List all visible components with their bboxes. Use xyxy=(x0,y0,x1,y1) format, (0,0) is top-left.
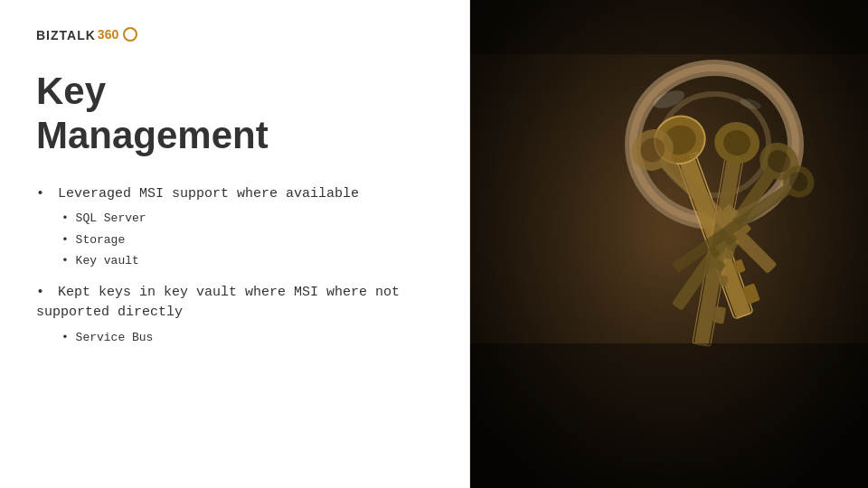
bullet-dot-2: • xyxy=(36,285,44,300)
logo-360: 360 xyxy=(98,27,137,42)
logo-area: BIZTALK 360 xyxy=(36,27,434,42)
bullet-2-text: Kept keys in key vault where MSI where n… xyxy=(36,285,400,321)
keys-illustration: 330 xyxy=(470,0,868,488)
bullet-1-text: Leveraged MSI support where available xyxy=(58,186,359,202)
left-panel: BIZTALK 360 Key Management • Leveraged M… xyxy=(0,0,470,488)
bullet-1: • Leveraged MSI support where available … xyxy=(36,184,434,270)
keys-image: 330 xyxy=(470,0,868,488)
slide-title: Key Management xyxy=(36,70,434,157)
logo-suffix-text: 360 xyxy=(98,27,118,42)
sub-bullet-2-1: Service Bus xyxy=(61,329,434,347)
svg-rect-40 xyxy=(470,0,868,54)
logo-biztalk: BIZTALK xyxy=(36,28,96,42)
title-line1: Key xyxy=(36,70,106,112)
content-area: • Leveraged MSI support where available … xyxy=(36,184,434,461)
title-area: Key Management xyxy=(36,70,434,157)
bullet-dot-1: • xyxy=(36,186,44,202)
sub-bullet-1-3: Key vault xyxy=(61,252,434,270)
right-panel: 330 xyxy=(470,0,868,488)
title-line2: Management xyxy=(36,114,269,156)
sub-bullets-2: Service Bus xyxy=(61,329,434,347)
sub-bullets-1: SQL Server Storage Key vault xyxy=(61,210,434,270)
sub-bullet-1-1: SQL Server xyxy=(61,210,434,228)
logo-circle-icon xyxy=(123,27,137,42)
svg-rect-39 xyxy=(470,343,868,488)
sub-bullet-1-2: Storage xyxy=(61,231,434,249)
bullet-2: • Kept keys in key vault where MSI where… xyxy=(36,283,434,347)
slide: BIZTALK 360 Key Management • Leveraged M… xyxy=(0,0,868,488)
